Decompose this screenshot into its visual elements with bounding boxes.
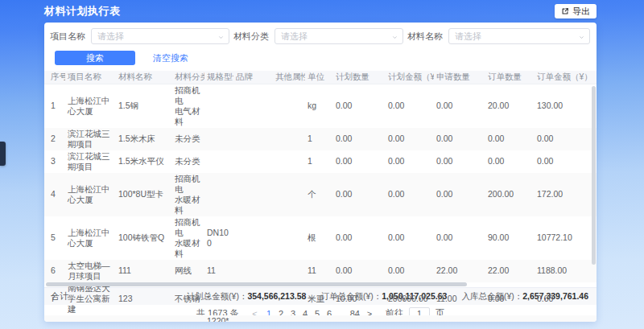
table-cell: 0.00 [333, 315, 386, 323]
table-cell: 上海松江中心大厦 [65, 84, 116, 128]
table-row: 2滨江花城三期项目1.5米木床未分类10.000.000.000.000.00 [44, 128, 597, 150]
chevron-down-icon [579, 35, 584, 40]
table-cell: 0.00 [434, 216, 485, 260]
table-cell [233, 128, 273, 150]
table-cell [273, 216, 305, 260]
table-cell: 太空电梯—月球项目 [65, 260, 116, 282]
table-cell: 172.00 [535, 173, 597, 216]
table-cell [273, 84, 305, 128]
table-cell: 123 [116, 282, 172, 315]
table-cell: 1.5米水平仪 [116, 150, 172, 173]
export-icon [561, 7, 569, 15]
table-cell: 0.00 [485, 315, 535, 323]
table-cell: 90.00 [485, 216, 535, 260]
table-cell [273, 173, 305, 216]
table-cell: 0.00 [434, 84, 485, 128]
table-cell [233, 282, 273, 315]
filter-field-label: 材料名称 [407, 31, 443, 43]
table-cell [273, 150, 305, 173]
table-cell [273, 260, 305, 282]
select-placeholder: 请选择 [97, 31, 124, 43]
table-cell: 0.00 [333, 84, 386, 128]
column-header: 订单数量 [485, 71, 535, 84]
table-header-row: 序号项目名称材料名称材料分类规格型号品牌其他属性单位计划数量计划金额（¥）申请数… [44, 71, 597, 84]
table-cell: 0.00 [386, 84, 434, 128]
table-cell: 20.00 [485, 84, 535, 128]
table-cell: 0.00 [333, 150, 386, 173]
table-cell: 4 [44, 173, 65, 216]
column-header: 规格型号 [204, 71, 233, 84]
column-header: 材料分类 [172, 71, 204, 84]
table-cell [273, 282, 305, 315]
vertical-scrollbar-thumb[interactable] [592, 86, 596, 265]
table-cell: 0.00 [485, 282, 535, 315]
table-cell: 滨江花城8期项目-分包 [65, 315, 116, 323]
table-cell: 1.00 [434, 315, 485, 323]
table-cell: 0.00 [386, 260, 434, 282]
table-cell: 未分类 [172, 150, 204, 173]
table-cell: 0.00 [485, 150, 535, 173]
table-cell: 0.00 [333, 128, 386, 150]
table-cell: 0.00 [386, 128, 434, 150]
table-cell: 100*8U型卡 [116, 173, 172, 216]
table-cell: 1.5米木床 [116, 128, 172, 150]
vertical-scrollbar[interactable] [592, 84, 596, 284]
sidebar-toggle[interactable] [0, 142, 6, 166]
filter-field-label: 项目名称 [50, 31, 85, 43]
table-cell: 12石膏板 [116, 315, 172, 323]
column-header: 订单金额（¥） [535, 71, 597, 84]
filter-select[interactable]: 请选择 [91, 28, 229, 44]
table-cell: 0.00 [535, 315, 597, 323]
table-cell: 7 [44, 282, 65, 315]
table-cell [204, 84, 233, 128]
table-cell: 0.00 [333, 260, 386, 282]
table-cell: 1.5钢 [116, 84, 172, 128]
table-cell: 0.00 [333, 173, 386, 216]
filter-select[interactable]: 请选择 [275, 28, 403, 44]
table-cell: 南钢盛达大学生公寓新建 [65, 282, 116, 315]
table-cell: 200000.00 [386, 282, 434, 315]
table-cell: 1 [44, 84, 65, 128]
clear-search-link[interactable]: 清空搜索 [153, 52, 188, 64]
filter-field-label: 材料分类 [233, 31, 269, 43]
table-row: 7南钢盛达大学生公寓新建123不锈钢*米重10.00200000.0011.00… [44, 282, 597, 315]
column-header: 项目名称 [65, 71, 116, 84]
table-cell: 上海松江中心大厦 [65, 173, 116, 216]
column-header: 材料名称 [116, 71, 172, 84]
horizontal-scrollbar[interactable] [44, 282, 597, 286]
page-title: 材料计划执行表 [44, 4, 121, 19]
table-cell: 22.00 [485, 260, 535, 282]
table-cell: 0.00 [535, 128, 597, 150]
table-cell [273, 315, 305, 323]
table-cell: kg [305, 84, 333, 128]
export-button[interactable]: 导出 [555, 4, 597, 19]
table-cell [233, 216, 273, 260]
table-cell: 1 [305, 128, 333, 150]
table-cell: 130.00 [535, 84, 597, 128]
table-row: 6太空电梯—月球项目111网线11110.000.0022.0022.00118… [44, 260, 597, 282]
table-cell: 墙面辅材 [172, 315, 204, 323]
table-cell [233, 84, 273, 128]
table-cell: 0.00 [386, 173, 434, 216]
filter-field: 项目名称请选择 [50, 28, 229, 44]
table-cell: 100铸铁管Q [116, 216, 172, 260]
horizontal-scrollbar-thumb[interactable] [46, 282, 467, 286]
table-cell: 1220*2440*12 [204, 315, 233, 323]
search-button[interactable]: 搜索 [55, 51, 135, 65]
table-cell: 未分类 [172, 128, 204, 150]
chevron-down-icon [218, 35, 224, 40]
table-cell: 滨江花城三期项目 [65, 150, 116, 173]
table-area: 序号项目名称材料名称材料分类规格型号品牌其他属性单位计划数量计划金额（¥）申请数… [44, 71, 597, 287]
table-cell [233, 173, 273, 216]
table-cell: 招商机电 水暖材料 [172, 216, 204, 260]
filter-field: 材料名称请选择 [407, 28, 590, 44]
table-cell: 上海松江中心大厦 [65, 216, 116, 260]
filter-select[interactable]: 请选择 [448, 28, 590, 44]
table-cell: 1 [305, 150, 333, 173]
column-header: 其他属性 [273, 71, 305, 84]
table-cell: 招商机电 水暖材料 [172, 173, 204, 216]
table-cell: 2 [44, 128, 65, 150]
column-header: 品牌 [233, 71, 273, 84]
filter-bar: 项目名称请选择材料分类请选择材料名称请选择 [44, 23, 597, 44]
export-button-label: 导出 [572, 6, 590, 18]
